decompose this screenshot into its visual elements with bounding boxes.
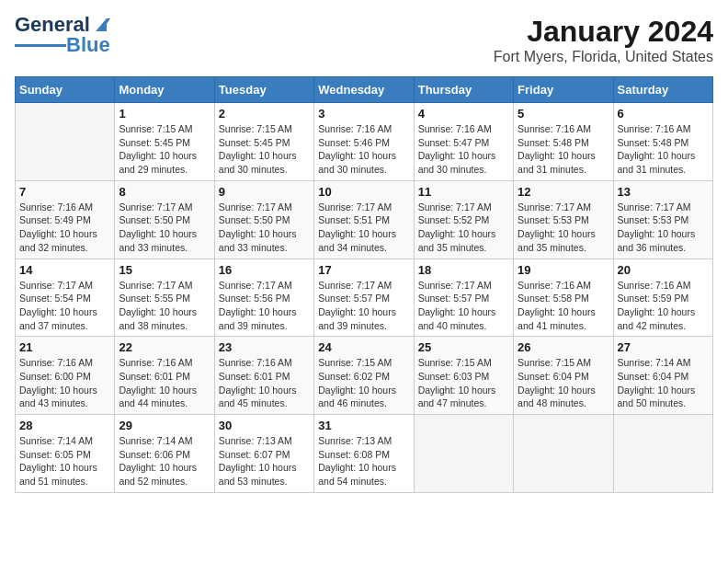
calendar-cell: 16Sunrise: 7:17 AM Sunset: 5:56 PM Dayli… [214,259,313,337]
day-number: 6 [618,107,709,121]
calendar-week-5: 28Sunrise: 7:14 AM Sunset: 6:05 PM Dayli… [16,415,713,493]
calendar-week-3: 14Sunrise: 7:17 AM Sunset: 5:54 PM Dayli… [16,259,713,337]
day-number: 28 [19,419,110,432]
day-number: 16 [219,263,310,277]
day-info: Sunrise: 7:17 AM Sunset: 5:53 PM Dayligh… [618,201,709,255]
calendar-cell: 22Sunrise: 7:16 AM Sunset: 6:01 PM Dayli… [115,337,214,415]
day-info: Sunrise: 7:17 AM Sunset: 5:55 PM Dayligh… [119,279,210,333]
svg-marker-1 [107,18,110,24]
day-number: 9 [219,185,310,199]
calendar-cell [514,415,613,493]
day-number: 27 [618,340,709,354]
calendar-cell: 28Sunrise: 7:14 AM Sunset: 6:05 PM Dayli… [16,415,115,493]
day-info: Sunrise: 7:13 AM Sunset: 6:07 PM Dayligh… [219,434,310,488]
day-info: Sunrise: 7:14 AM Sunset: 6:05 PM Dayligh… [19,434,110,488]
day-info: Sunrise: 7:17 AM Sunset: 5:54 PM Dayligh… [19,279,110,333]
calendar-week-4: 21Sunrise: 7:16 AM Sunset: 6:00 PM Dayli… [16,337,713,415]
calendar-cell: 29Sunrise: 7:14 AM Sunset: 6:06 PM Dayli… [115,415,214,493]
day-info: Sunrise: 7:16 AM Sunset: 5:46 PM Dayligh… [318,122,409,177]
calendar-week-1: 1Sunrise: 7:15 AM Sunset: 5:45 PM Daylig… [16,103,713,181]
svg-marker-0 [96,18,107,31]
day-info: Sunrise: 7:17 AM Sunset: 5:50 PM Dayligh… [119,201,210,255]
day-number: 2 [219,107,310,121]
calendar-cell: 27Sunrise: 7:14 AM Sunset: 6:04 PM Dayli… [613,337,712,415]
calendar-cell: 21Sunrise: 7:16 AM Sunset: 6:00 PM Dayli… [16,337,115,415]
calendar-cell: 5Sunrise: 7:16 AM Sunset: 5:48 PM Daylig… [514,103,613,181]
day-number: 12 [518,185,609,199]
calendar-cell: 1Sunrise: 7:15 AM Sunset: 5:45 PM Daylig… [115,103,214,181]
day-info: Sunrise: 7:14 AM Sunset: 6:06 PM Dayligh… [119,434,210,488]
day-info: Sunrise: 7:17 AM Sunset: 5:53 PM Dayligh… [518,201,609,255]
calendar-cell: 10Sunrise: 7:17 AM Sunset: 5:51 PM Dayli… [314,180,414,259]
calendar-cell [16,103,115,181]
day-info: Sunrise: 7:16 AM Sunset: 6:01 PM Dayligh… [119,356,210,410]
title-block: January 2024 Fort Myers, Florida, United… [494,15,713,65]
calendar-cell: 11Sunrise: 7:17 AM Sunset: 5:52 PM Dayli… [414,180,513,259]
page-header: General Blue January 2024 Fort Myers, Fl… [15,15,713,65]
calendar-cell: 4Sunrise: 7:16 AM Sunset: 5:47 PM Daylig… [414,103,513,181]
day-info: Sunrise: 7:15 AM Sunset: 5:45 PM Dayligh… [219,122,310,177]
header-monday: Monday [115,77,214,103]
calendar-week-2: 7Sunrise: 7:16 AM Sunset: 5:49 PM Daylig… [16,180,713,259]
calendar-cell: 14Sunrise: 7:17 AM Sunset: 5:54 PM Dayli… [16,259,115,337]
header-sunday: Sunday [16,77,115,103]
day-info: Sunrise: 7:15 AM Sunset: 6:03 PM Dayligh… [418,356,509,410]
calendar-cell: 20Sunrise: 7:16 AM Sunset: 5:59 PM Dayli… [613,259,712,337]
day-number: 14 [19,263,110,277]
day-info: Sunrise: 7:17 AM Sunset: 5:57 PM Dayligh… [318,279,409,333]
day-info: Sunrise: 7:15 AM Sunset: 6:04 PM Dayligh… [518,356,609,410]
day-number: 24 [318,340,409,354]
header-wednesday: Wednesday [314,77,414,103]
day-info: Sunrise: 7:17 AM Sunset: 5:50 PM Dayligh… [219,201,310,255]
calendar-cell: 25Sunrise: 7:15 AM Sunset: 6:03 PM Dayli… [414,337,513,415]
calendar-table: SundayMondayTuesdayWednesdayThursdayFrid… [15,76,713,493]
day-info: Sunrise: 7:16 AM Sunset: 5:48 PM Dayligh… [518,122,609,177]
logo-underline [15,44,66,47]
day-info: Sunrise: 7:15 AM Sunset: 5:45 PM Dayligh… [119,122,210,177]
calendar-cell: 18Sunrise: 7:17 AM Sunset: 5:57 PM Dayli… [414,259,513,337]
day-info: Sunrise: 7:17 AM Sunset: 5:56 PM Dayligh… [219,279,310,333]
day-number: 17 [318,263,409,277]
day-info: Sunrise: 7:16 AM Sunset: 6:00 PM Dayligh… [19,356,110,410]
day-info: Sunrise: 7:17 AM Sunset: 5:52 PM Dayligh… [418,201,509,255]
day-number: 1 [119,107,210,121]
header-tuesday: Tuesday [214,77,313,103]
day-number: 4 [418,107,509,121]
calendar-cell: 19Sunrise: 7:16 AM Sunset: 5:58 PM Dayli… [514,259,613,337]
calendar-cell: 2Sunrise: 7:15 AM Sunset: 5:45 PM Daylig… [214,103,313,181]
calendar-cell: 12Sunrise: 7:17 AM Sunset: 5:53 PM Dayli… [514,180,613,259]
day-info: Sunrise: 7:16 AM Sunset: 5:58 PM Dayligh… [518,279,609,333]
day-number: 31 [318,419,409,432]
logo-text: General [15,15,90,35]
header-friday: Friday [514,77,613,103]
calendar-cell: 31Sunrise: 7:13 AM Sunset: 6:08 PM Dayli… [314,415,414,493]
calendar-cell: 6Sunrise: 7:16 AM Sunset: 5:48 PM Daylig… [613,103,712,181]
day-info: Sunrise: 7:17 AM Sunset: 5:57 PM Dayligh… [418,279,509,333]
day-info: Sunrise: 7:16 AM Sunset: 5:59 PM Dayligh… [618,279,709,333]
day-number: 5 [518,107,609,121]
day-info: Sunrise: 7:16 AM Sunset: 5:49 PM Dayligh… [19,201,110,255]
header-saturday: Saturday [613,77,712,103]
day-number: 19 [518,263,609,277]
day-number: 8 [119,185,210,199]
calendar-cell: 8Sunrise: 7:17 AM Sunset: 5:50 PM Daylig… [115,180,214,259]
calendar-cell: 7Sunrise: 7:16 AM Sunset: 5:49 PM Daylig… [16,180,115,259]
day-number: 11 [418,185,509,199]
logo: General Blue [15,15,110,55]
day-info: Sunrise: 7:16 AM Sunset: 5:47 PM Dayligh… [418,122,509,177]
day-info: Sunrise: 7:16 AM Sunset: 6:01 PM Dayligh… [219,356,310,410]
day-number: 29 [119,419,210,432]
calendar-cell: 9Sunrise: 7:17 AM Sunset: 5:50 PM Daylig… [214,180,313,259]
day-number: 18 [418,263,509,277]
calendar-cell: 30Sunrise: 7:13 AM Sunset: 6:07 PM Dayli… [214,415,313,493]
calendar-cell [613,415,712,493]
logo-blue-text: Blue [66,35,110,55]
day-number: 23 [219,340,310,354]
day-number: 26 [518,340,609,354]
day-number: 15 [119,263,210,277]
day-info: Sunrise: 7:16 AM Sunset: 5:48 PM Dayligh… [618,122,709,177]
day-number: 30 [219,419,310,432]
day-number: 20 [618,263,709,277]
calendar-title: January 2024 [494,15,713,49]
day-number: 25 [418,340,509,354]
